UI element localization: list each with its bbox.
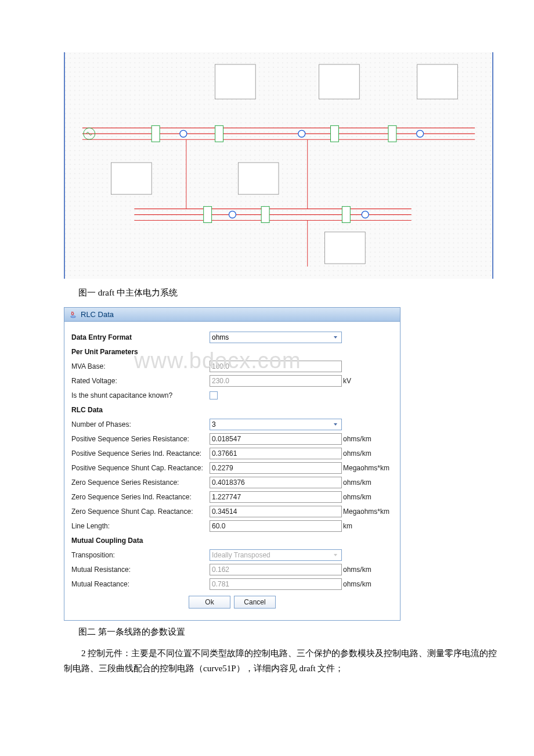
cancel-button[interactable]: Cancel (234, 596, 276, 609)
transposition-select: Ideally Transposed (210, 549, 342, 561)
svg-point-23 (417, 130, 424, 137)
section-mutual-coupling: Mutual Coupling Data (71, 537, 210, 545)
zero-r-input[interactable] (210, 477, 342, 488)
phases-value: 3 (212, 420, 216, 429)
pos-r-input[interactable] (210, 433, 342, 445)
transposition-label: Transposition: (71, 551, 210, 559)
svg-rect-14 (342, 207, 350, 223)
ok-button[interactable]: Ok (189, 596, 230, 609)
power-system-schematic (65, 52, 492, 279)
mva-base-input (210, 361, 342, 372)
zero-c-label: Zero Sequence Shunt Cap. Reactance: (71, 507, 210, 516)
svg-rect-13 (261, 207, 269, 223)
rated-voltage-unit: kV (342, 377, 351, 385)
rated-voltage-label: Rated Voltage: (71, 377, 210, 385)
chevron-down-icon (331, 420, 340, 429)
svg-point-30 (71, 316, 76, 318)
pos-c-input[interactable] (210, 462, 342, 474)
figure-2-caption: 图二 第一条线路的参数设置 (78, 627, 499, 638)
section-data-entry-format: Data Entry Format (71, 333, 210, 341)
rlc-data-dialog: www.bdocx.com RLC Data Data Entry Format… (64, 307, 400, 621)
length-input[interactable] (210, 520, 342, 532)
svg-point-24 (229, 211, 236, 218)
paragraph-control-components: 2 控制元件：主要是不同位置不同类型故障的控制电路、三个保护的参数模块及控制电路… (64, 646, 499, 676)
mutual-r-input (210, 564, 342, 575)
svg-rect-10 (331, 125, 339, 142)
phases-select[interactable]: 3 (210, 419, 342, 430)
svg-rect-17 (417, 64, 458, 99)
svg-rect-8 (151, 125, 160, 142)
rated-voltage-input (210, 375, 342, 387)
svg-rect-11 (388, 125, 396, 142)
zero-c-input[interactable] (210, 506, 342, 517)
mutual-r-unit: ohms/km (342, 566, 371, 574)
svg-rect-9 (215, 125, 223, 142)
pos-c-unit: Megaohms*km (342, 464, 389, 472)
data-entry-format-select[interactable]: ohms (210, 332, 342, 343)
chevron-down-icon (331, 333, 340, 341)
pos-x-unit: ohms/km (342, 449, 371, 458)
section-per-unit: Per Unit Parameters (71, 348, 210, 356)
shunt-cap-checkbox[interactable] (210, 391, 218, 399)
svg-point-22 (298, 130, 305, 137)
svg-rect-20 (325, 232, 366, 264)
data-entry-format-value: ohms (212, 333, 229, 341)
dialog-titlebar: RLC Data (64, 308, 400, 322)
zero-c-unit: Megaohms*km (342, 507, 389, 516)
shunt-cap-label: Is the shunt capacitance known? (71, 391, 210, 399)
pos-x-input[interactable] (210, 448, 342, 459)
zero-r-unit: ohms/km (342, 478, 371, 487)
svg-point-21 (180, 130, 187, 137)
pos-x-label: Positive Sequence Series Ind. Reactance: (71, 449, 210, 458)
length-label: Line Length: (71, 522, 210, 530)
java-icon (69, 311, 77, 319)
mutual-r-label: Mutual Resistance: (71, 566, 210, 574)
svg-rect-16 (319, 64, 360, 99)
mutual-x-input (210, 578, 342, 590)
mutual-x-unit: ohms/km (342, 580, 371, 588)
svg-point-25 (362, 211, 369, 218)
figure-1-caption: 图一 draft 中主体电力系统 (78, 287, 499, 298)
zero-x-label: Zero Sequence Series Ind. Reactance: (71, 493, 210, 501)
phases-label: Number of Phases: (71, 420, 210, 429)
figure-1-diagram (64, 52, 493, 279)
pos-r-unit: ohms/km (342, 435, 371, 443)
svg-rect-12 (204, 207, 212, 223)
section-rlc-data: RLC Data (71, 406, 210, 414)
svg-rect-19 (238, 163, 279, 195)
svg-rect-15 (215, 64, 256, 99)
zero-x-unit: ohms/km (342, 493, 371, 501)
zero-x-input[interactable] (210, 491, 342, 503)
zero-r-label: Zero Sequence Series Resistance: (71, 478, 210, 487)
pos-r-label: Positive Sequence Series Resistance: (71, 435, 210, 443)
svg-rect-18 (111, 163, 152, 195)
mva-base-label: MVA Base: (71, 362, 210, 370)
transposition-value: Ideally Transposed (212, 551, 270, 559)
length-unit: km (342, 522, 352, 530)
chevron-down-icon (331, 551, 340, 559)
dialog-title-text: RLC Data (81, 310, 114, 319)
mutual-x-label: Mutual Reactance: (71, 580, 210, 588)
pos-c-label: Positive Sequence Shunt Cap. Reactance: (71, 464, 210, 472)
